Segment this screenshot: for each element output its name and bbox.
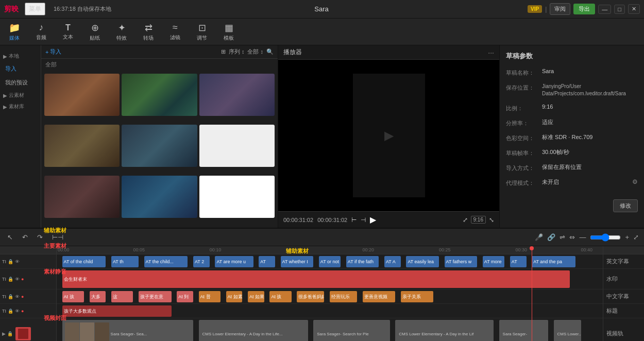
- clip-s13[interactable]: 亲子关系: [401, 291, 434, 302]
- clip-v1[interactable]: Sara Seager- Sea...: [62, 320, 193, 341]
- right-track-labels: 英文字幕 水印 中文字幕 标题 视频轨 音频轨: [603, 246, 644, 341]
- zoom-slider[interactable]: [590, 233, 621, 242]
- media-thumb-3[interactable]: [199, 74, 275, 116]
- eye-icon-2[interactable]: 👁: [15, 277, 20, 282]
- modify-button[interactable]: 修改: [613, 199, 638, 212]
- param-color-label: 色彩空间：: [506, 133, 542, 142]
- clip-t1-1[interactable]: AT of the child: [62, 256, 106, 267]
- preview-video[interactable]: ▶: [278, 60, 499, 211]
- clip-v2[interactable]: CMS Lower Elementary - A Day in the Life…: [199, 320, 308, 341]
- clip-s6[interactable]: At 普: [199, 291, 221, 302]
- nav-preset[interactable]: 我的预设: [0, 76, 41, 90]
- clip-t1-10[interactable]: AT A: [384, 256, 401, 267]
- preview-more-icon[interactable]: ···: [488, 48, 494, 57]
- undo-btn[interactable]: ↶: [20, 232, 30, 242]
- sort-btn[interactable]: 序列 ↕: [229, 48, 245, 56]
- toolbar-sticker[interactable]: ⊕ 贴纸: [86, 22, 104, 42]
- toolbar-template[interactable]: ▦ 模板: [219, 22, 238, 42]
- media-thumb-8[interactable]: [122, 176, 197, 218]
- nav-import[interactable]: 导入: [0, 62, 41, 76]
- clip-t1-6[interactable]: AT: [259, 256, 275, 267]
- select-tool-btn[interactable]: ↖: [5, 232, 15, 242]
- ruler-5: 00:05: [133, 247, 145, 252]
- play-button[interactable]: ▶: [370, 215, 376, 225]
- eye-icon-1[interactable]: 👁: [15, 259, 20, 264]
- maximize-button[interactable]: □: [614, 5, 625, 14]
- clip-t1-9[interactable]: AT if the fath: [346, 256, 379, 267]
- link3-btn[interactable]: ⇔: [569, 233, 575, 241]
- clip-t1-12[interactable]: AT fathers w: [445, 256, 478, 267]
- media-thumb-2[interactable]: [122, 74, 197, 116]
- clip-s5[interactable]: At 到: [177, 291, 193, 302]
- clip-t1-13[interactable]: AT more: [483, 256, 504, 267]
- link-btn[interactable]: 🔗: [547, 233, 555, 241]
- clip-v5[interactable]: Sara Seager-: [499, 320, 548, 341]
- menu-button[interactable]: 菜单: [25, 3, 45, 15]
- clip-s3[interactable]: 这: [111, 291, 133, 302]
- fullscreen-btn[interactable]: ⤢: [463, 216, 468, 224]
- media-thumb-9[interactable]: [199, 176, 275, 218]
- clip-mute-1[interactable]: 孩子大多数观点: [62, 305, 172, 317]
- eye-icon-3[interactable]: 👁: [15, 294, 20, 299]
- search-btn[interactable]: 🔍: [266, 48, 274, 55]
- playhead: [532, 246, 532, 341]
- clip-t1-5[interactable]: AT are more u: [215, 256, 253, 267]
- media-thumb-7[interactable]: [44, 176, 120, 218]
- media-thumb-6[interactable]: [199, 125, 275, 167]
- clip-s1[interactable]: At 孩: [62, 291, 84, 302]
- mic-btn[interactable]: 🎤: [535, 233, 543, 241]
- clip-s2[interactable]: 大多: [90, 291, 106, 302]
- clip-t1-8[interactable]: AT or not: [319, 256, 341, 267]
- media-thumb-1[interactable]: [44, 74, 120, 116]
- fit-btn[interactable]: ⤢: [633, 233, 639, 241]
- param-ratio-label: 比例：: [506, 104, 542, 112]
- clip-s7[interactable]: At 如素: [226, 291, 243, 302]
- expand-btn[interactable]: ⤡: [489, 216, 494, 224]
- redo-btn[interactable]: ↷: [35, 232, 45, 242]
- frame-back-btn[interactable]: ⊢: [351, 216, 357, 224]
- clip-v3[interactable]: Sara Seager- Search for Ple: [313, 320, 389, 341]
- clip-s12[interactable]: 更善意视频: [363, 291, 396, 302]
- export-button[interactable]: 导出: [573, 4, 595, 14]
- triangle-icon-2: ▶: [3, 93, 7, 98]
- toolbar-filter[interactable]: ≈ 滤镜: [166, 22, 184, 41]
- clip-s9[interactable]: At 孩: [269, 291, 291, 302]
- toolbar-effects[interactable]: ✦ 特效: [112, 22, 131, 42]
- clip-t1-2[interactable]: AT th: [111, 256, 139, 267]
- frame-fwd-btn[interactable]: ⊣: [361, 216, 366, 224]
- all-btn[interactable]: 全部 ↕: [247, 48, 263, 56]
- zoom-out-btn[interactable]: —: [579, 233, 586, 241]
- split-btn[interactable]: ⊢⊣: [50, 232, 65, 242]
- clip-t1-14[interactable]: AT: [510, 256, 527, 267]
- minimize-button[interactable]: —: [598, 5, 611, 14]
- media-thumb-4[interactable]: [44, 125, 120, 167]
- link2-btn[interactable]: ⇌: [560, 233, 565, 241]
- clip-t1-11[interactable]: AT easily lea: [406, 256, 439, 267]
- clip-t1-4[interactable]: AT 2: [193, 256, 210, 267]
- toolbar-adjust[interactable]: ⊡ 调节: [193, 22, 211, 42]
- toolbar-audio[interactable]: ♪ 音频: [32, 22, 50, 41]
- toolbar-transition[interactable]: ⇄ 转场: [139, 22, 158, 42]
- clip-s11[interactable]: 经营玩乐: [330, 291, 357, 302]
- clip-s8[interactable]: At 如果: [248, 291, 264, 302]
- import-button[interactable]: + 导入: [45, 48, 61, 56]
- import-label: 导入: [50, 48, 61, 56]
- media-thumb-5[interactable]: [122, 125, 197, 167]
- gear-icon[interactable]: ⚙: [632, 178, 638, 185]
- clip-v6[interactable]: CMS Lower...: [554, 320, 581, 341]
- grid-view-btn[interactable]: ⊞: [221, 48, 226, 55]
- clip-s4[interactable]: 孩子更在意: [139, 291, 172, 302]
- media-grid: [41, 71, 278, 228]
- toolbar-media[interactable]: 📁 媒体: [5, 22, 24, 42]
- clip-main-bar[interactable]: 会生财者末: [62, 270, 570, 288]
- toolbar-text[interactable]: T 文本: [59, 23, 77, 41]
- eye-icon-4[interactable]: 👁: [15, 309, 20, 314]
- close-button[interactable]: ✕: [628, 4, 640, 14]
- clip-t1-15[interactable]: AT and the pa: [532, 256, 575, 267]
- zoom-in-btn[interactable]: +: [625, 233, 629, 241]
- clip-t1-7[interactable]: AT whether I: [281, 256, 314, 267]
- clip-t1-3[interactable]: AT the child...: [144, 256, 188, 267]
- clip-v4[interactable]: CMS Lower Elementary - A Day in the Lif: [395, 320, 494, 341]
- clip-s10[interactable]: 很多爸爸妈妈: [297, 291, 324, 302]
- review-button[interactable]: 审阅: [550, 3, 570, 15]
